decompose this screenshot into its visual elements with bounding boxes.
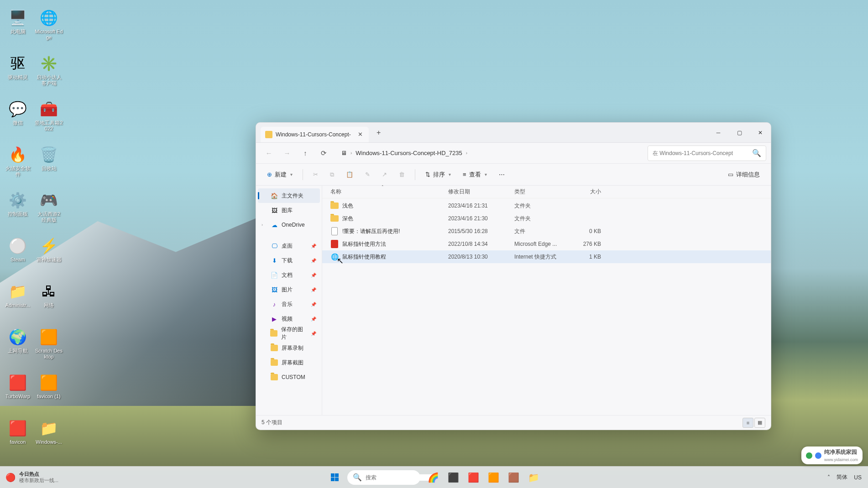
file-size: 276 KB xyxy=(569,241,606,247)
file-list-area: 名称˄ 修改日期 类型 大小 浅色2023/4/16 21:31文件夹深色202… xyxy=(322,186,771,415)
sidebar-item-pictures[interactable]: 🖼图片📌 xyxy=(258,282,320,297)
sidebar-item-home[interactable]: 🏠主文件夹 xyxy=(258,188,320,203)
desktop-icon[interactable]: 🌍上网导航 xyxy=(2,324,33,369)
folder-icon xyxy=(265,131,272,138)
minimize-button[interactable]: ─ xyxy=(708,123,729,143)
desktop-icon[interactable]: 🟧Scratch Desktop xyxy=(33,324,64,369)
desktop-icon[interactable]: 🧰坚地工具箱2022 xyxy=(33,96,64,141)
search-box[interactable]: 🔍 xyxy=(648,145,766,161)
back-button[interactable]: ← xyxy=(261,145,277,161)
tab-active[interactable]: Windows-11-Cursors-Concept- ✕ xyxy=(261,127,369,142)
breadcrumb-segment[interactable]: Windows-11-Cursors-Concept-HD_7235 xyxy=(356,150,462,156)
desktop-icon[interactable]: 🖥️此电脑 xyxy=(2,5,33,50)
sidebar-item-desktop[interactable]: 🖵桌面📌 xyxy=(258,239,320,253)
paste-button[interactable]: 📋 xyxy=(341,167,358,182)
file-row[interactable]: 深色2023/4/16 21:30文件夹 xyxy=(322,212,771,225)
file-row[interactable]: !重要：请解压后再使用!2015/5/30 16:28文件0 KB xyxy=(322,225,771,238)
file-date: 2023/4/16 21:31 xyxy=(448,202,514,209)
maximize-button[interactable]: ▢ xyxy=(729,123,750,143)
sidebar-item-music[interactable]: ♪音乐📌 xyxy=(258,297,320,311)
ime-button[interactable]: 简体 xyxy=(837,473,847,481)
file-name: 深色 xyxy=(342,215,448,223)
desktop-icon[interactable]: 💬微信 xyxy=(2,96,33,141)
view-button[interactable]: ≡ 查看▾ xyxy=(458,167,492,182)
file-row[interactable]: 🌐鼠标指针使用教程2020/8/13 10:30Internet 快捷方式1 K… xyxy=(322,250,771,263)
copy-button[interactable]: ⧉ xyxy=(325,167,339,182)
tray-chevron[interactable]: ˄ xyxy=(827,474,830,481)
taskbar-app-4[interactable]: 🟫 xyxy=(504,468,523,487)
sidebar-item-videos[interactable]: ▶视频📌 xyxy=(258,311,320,326)
sidebar-item-gallery[interactable]: 🖼图库 xyxy=(258,203,320,218)
file-type: 文件夹 xyxy=(514,202,569,210)
pin-icon: 📌 xyxy=(311,302,316,307)
sidebar-item-screenrec[interactable]: 屏幕录制 xyxy=(258,341,320,355)
more-button[interactable]: ⋯ xyxy=(494,167,509,182)
widgets-button[interactable]: 🔴 今日热点 楼市新政后一线... xyxy=(0,471,64,483)
cut-button[interactable]: ✂ xyxy=(309,167,323,182)
watermark-badge: 纯净系统家园www.yidaimei.com xyxy=(801,446,863,464)
taskview-button[interactable]: ⬛ xyxy=(444,468,462,487)
icon-label: 驱动精灵 xyxy=(8,74,28,80)
search-input[interactable] xyxy=(653,150,748,156)
icon-label: Scratch Desktop xyxy=(34,348,63,360)
tab-close-button[interactable]: ✕ xyxy=(357,131,364,138)
app-icon: 🗑️ xyxy=(39,145,58,164)
desktop-icon[interactable]: 驱驱动精灵 xyxy=(2,50,33,96)
sidebar-item-downloads[interactable]: ⬇下载📌 xyxy=(258,253,320,268)
file-row[interactable]: 鼠标指针使用方法2022/10/8 14:34Microsoft Edge ..… xyxy=(322,238,771,250)
desktop-icon[interactable]: 🗑️回收站 xyxy=(33,141,64,187)
column-size[interactable]: 大小 xyxy=(569,188,606,196)
sidebar-item-documents[interactable]: 📄文档📌 xyxy=(258,268,320,282)
desktop-icon[interactable]: 📁Administr... xyxy=(2,278,33,324)
desktop-icon[interactable]: 🖧网络 xyxy=(33,278,64,324)
new-button[interactable]: ⊕新建▾ xyxy=(262,167,297,182)
desktop-icon[interactable]: ⚡雷神加速器 xyxy=(33,233,64,278)
column-type[interactable]: 类型 xyxy=(514,188,569,196)
sort-button[interactable]: ⇅ 排序▾ xyxy=(421,167,455,182)
column-name[interactable]: 名称˄ xyxy=(330,188,448,196)
sort-asc-icon: ˄ xyxy=(382,185,384,189)
desktop-icon[interactable]: ⚙️控制面板 xyxy=(2,187,33,233)
up-button[interactable]: ↑ xyxy=(297,145,314,161)
desktop-icon[interactable]: 🔥火绒安全软件 xyxy=(2,141,33,187)
close-button[interactable]: ✕ xyxy=(750,123,771,143)
column-date[interactable]: 修改日期 xyxy=(448,188,514,196)
sidebar-item-screenshots[interactable]: 屏幕截图 xyxy=(258,355,320,370)
share-button[interactable]: ↗ xyxy=(377,167,392,182)
desktop-icon[interactable]: 🟥TurboWarp xyxy=(2,369,33,415)
details-pane-button[interactable]: ▭ 详细信息 xyxy=(723,167,764,182)
refresh-button[interactable]: ⟳ xyxy=(315,145,332,161)
file-row[interactable]: 浅色2023/4/16 21:31文件夹 xyxy=(322,199,771,212)
desktop-icon[interactable]: ⚪Steam xyxy=(2,233,33,278)
taskbar-app-2[interactable]: 🟥 xyxy=(464,468,482,487)
pin-icon: 📌 xyxy=(311,287,316,292)
ime-kbd[interactable]: US xyxy=(854,474,862,481)
taskbar-search[interactable]: 🔍 xyxy=(347,470,420,485)
breadcrumb[interactable]: 🖥 › Windows-11-Cursors-Concept-HD_7235 › xyxy=(337,145,642,161)
column-headers: 名称˄ 修改日期 类型 大小 xyxy=(322,186,771,198)
rename-button[interactable]: ✎ xyxy=(361,167,375,182)
forward-button[interactable]: → xyxy=(279,145,295,161)
desktop-icon[interactable]: 🟧favicon (1) xyxy=(33,369,64,415)
app-icon: 🖥️ xyxy=(8,8,27,27)
desktop-icon[interactable]: 🎮大话西游2 经典版 xyxy=(33,187,64,233)
sidebar-item-onedrive[interactable]: ›☁OneDrive xyxy=(258,218,320,232)
icon-label: 火绒安全软件 xyxy=(3,166,32,177)
titlebar[interactable]: Windows-11-Cursors-Concept- ✕ + ─ ▢ ✕ xyxy=(256,123,771,143)
desktop-icon[interactable]: 🟥favicon xyxy=(2,415,33,461)
sidebar-item-saved-pictures[interactable]: 保存的图片📌 xyxy=(258,326,320,341)
taskbar-app-1[interactable]: 🌈 xyxy=(424,468,442,487)
sidebar-item-custom[interactable]: CUSTOM xyxy=(258,370,320,384)
new-tab-button[interactable]: + xyxy=(371,125,386,140)
start-button[interactable] xyxy=(325,468,344,487)
desktop-icon[interactable]: 🌐Microsoft Edge xyxy=(33,5,64,50)
delete-button[interactable]: 🗑 xyxy=(394,167,409,182)
desktop-icon[interactable]: ✳️启动小达人客户端 xyxy=(33,50,64,96)
widget-title: 今日热点 xyxy=(19,471,58,477)
thumbnails-view-button[interactable]: ▦ xyxy=(754,418,765,428)
desktop-icon[interactable]: 📁Windows-... xyxy=(33,415,64,461)
taskbar-app-3[interactable]: 🟧 xyxy=(484,468,502,487)
taskbar-explorer[interactable]: 📁 xyxy=(524,468,543,487)
pin-icon: 📌 xyxy=(311,273,316,278)
details-view-button[interactable]: ≡ xyxy=(743,418,753,428)
